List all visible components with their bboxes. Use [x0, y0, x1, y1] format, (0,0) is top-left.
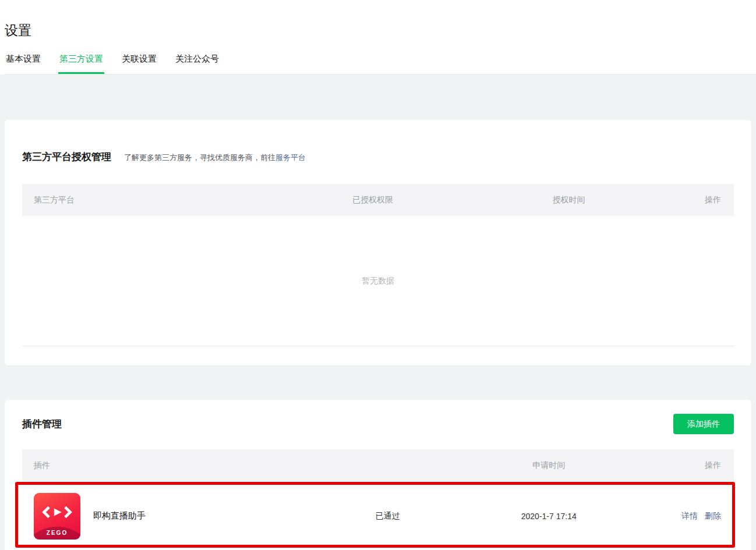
auth-table: 第三方平台 已授权权限 授权时间 操作 暂无数据	[22, 184, 734, 346]
plugin-management-card: 插件管理 添加插件 插件 申请时间 操作	[5, 400, 751, 550]
zego-plugin-icon: ZEGO	[34, 493, 80, 540]
auth-card-description: 了解更多第三方服务，寻找优质服务商，前往服务平台	[124, 152, 306, 163]
plugin-apply-time: 2020-1-7 17:14	[485, 512, 613, 521]
auth-table-header: 第三方平台 已授权权限 授权时间 操作	[22, 184, 734, 216]
content-area: 第三方平台授权管理 了解更多第三方服务，寻找优质服务商，前往服务平台 第三方平台…	[0, 74, 756, 550]
auth-col-time: 授权时间	[519, 195, 619, 205]
page-title: 设置	[5, 0, 756, 39]
zego-icon-label: ZEGO	[34, 530, 80, 536]
auth-col-actions: 操作	[619, 195, 734, 205]
plugin-card-header: 插件管理 添加插件	[22, 400, 734, 434]
plugin-actions-cell: 详情 删除	[613, 511, 734, 521]
plugin-status: 已通过	[364, 511, 485, 521]
tab-third-party-settings[interactable]: 第三方设置	[58, 53, 104, 74]
plugin-col-actions: 操作	[613, 460, 734, 471]
code-play-icon	[34, 506, 80, 519]
auth-col-permissions: 已授权权限	[352, 195, 519, 205]
auth-card-header: 第三方平台授权管理 了解更多第三方服务，寻找优质服务商，前往服务平台	[22, 120, 734, 164]
service-platform-link[interactable]: 服务平台	[275, 153, 306, 162]
plugin-detail-link[interactable]: 详情	[681, 511, 698, 520]
plugin-col-plugin: 插件	[22, 460, 364, 471]
plugin-card-title: 插件管理	[22, 417, 62, 431]
table-row: ZEGO 即构直播助手 已通过 2020-1-7 17:14 详情 删除	[22, 481, 734, 550]
tab-basic-settings[interactable]: 基本设置	[5, 53, 42, 74]
plugin-table-header: 插件 申请时间 操作	[22, 449, 734, 481]
plugin-delete-link[interactable]: 删除	[705, 511, 721, 520]
auth-table-empty-state: 暂无数据	[22, 216, 734, 346]
settings-page: 设置 基本设置 第三方设置 关联设置 关注公众号 第三方平台授权管理 了解更多第…	[0, 0, 756, 550]
auth-description-text: 了解更多第三方服务，寻找优质服务商，前往	[124, 153, 275, 162]
tab-follow-official-account[interactable]: 关注公众号	[174, 53, 220, 74]
plugin-name: 即构直播助手	[93, 510, 146, 521]
plugin-col-apply-time: 申请时间	[485, 460, 613, 471]
auth-card-title: 第三方平台授权管理	[22, 150, 111, 164]
plugin-cell: ZEGO 即构直播助手	[22, 493, 364, 540]
page-header: 设置 基本设置 第三方设置 关联设置 关注公众号	[0, 0, 756, 74]
tab-association-settings[interactable]: 关联设置	[121, 53, 158, 74]
add-plugin-button[interactable]: 添加插件	[673, 414, 734, 434]
plugin-table: 插件 申请时间 操作	[22, 449, 734, 550]
auth-col-platform: 第三方平台	[22, 195, 352, 205]
third-party-auth-card: 第三方平台授权管理 了解更多第三方服务，寻找优质服务商，前往服务平台 第三方平台…	[5, 120, 751, 366]
settings-tab-bar: 基本设置 第三方设置 关联设置 关注公众号	[5, 53, 756, 74]
